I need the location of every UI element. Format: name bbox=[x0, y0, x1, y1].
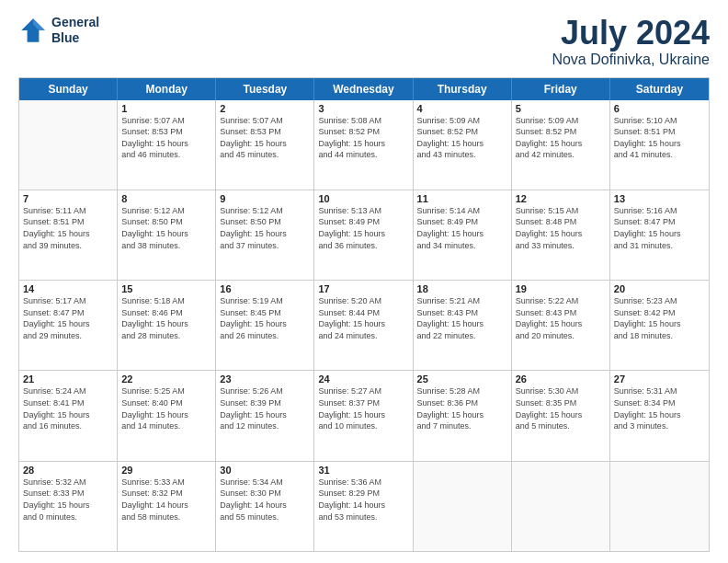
calendar-header: SundayMondayTuesdayWednesdayThursdayFrid… bbox=[19, 78, 709, 100]
day-number: 9 bbox=[220, 193, 310, 204]
day-number: 23 bbox=[220, 373, 310, 385]
day-number: 26 bbox=[516, 373, 606, 385]
day-info: Sunrise: 5:11 AM Sunset: 8:51 PM Dayligh… bbox=[23, 205, 113, 251]
calendar-row: 7Sunrise: 5:11 AM Sunset: 8:51 PM Daylig… bbox=[19, 190, 709, 280]
day-number: 8 bbox=[121, 193, 211, 204]
day-number: 10 bbox=[318, 193, 408, 204]
day-info: Sunrise: 5:14 AM Sunset: 8:49 PM Dayligh… bbox=[417, 205, 507, 251]
calendar-cell: 25Sunrise: 5:28 AM Sunset: 8:36 PM Dayli… bbox=[414, 371, 512, 460]
calendar-row: 14Sunrise: 5:17 AM Sunset: 8:47 PM Dayli… bbox=[19, 280, 709, 370]
day-number: 27 bbox=[614, 373, 705, 385]
day-number: 2 bbox=[220, 103, 310, 114]
calendar-cell: 22Sunrise: 5:25 AM Sunset: 8:40 PM Dayli… bbox=[118, 371, 216, 460]
calendar-cell: 2Sunrise: 5:07 AM Sunset: 8:53 PM Daylig… bbox=[216, 100, 314, 190]
calendar-cell: 1Sunrise: 5:07 AM Sunset: 8:53 PM Daylig… bbox=[118, 100, 216, 190]
day-info: Sunrise: 5:12 AM Sunset: 8:50 PM Dayligh… bbox=[121, 205, 211, 251]
day-info: Sunrise: 5:27 AM Sunset: 8:37 PM Dayligh… bbox=[318, 385, 408, 431]
calendar-cell: 18Sunrise: 5:21 AM Sunset: 8:43 PM Dayli… bbox=[414, 281, 512, 370]
calendar-cell: 26Sunrise: 5:30 AM Sunset: 8:35 PM Dayli… bbox=[512, 371, 610, 460]
day-number: 16 bbox=[220, 283, 310, 294]
calendar-cell: 11Sunrise: 5:14 AM Sunset: 8:49 PM Dayli… bbox=[414, 190, 512, 280]
day-info: Sunrise: 5:24 AM Sunset: 8:41 PM Dayligh… bbox=[23, 385, 113, 431]
calendar-cell: 10Sunrise: 5:13 AM Sunset: 8:49 PM Dayli… bbox=[314, 190, 413, 280]
main-title: July 2024 bbox=[552, 15, 710, 52]
day-info: Sunrise: 5:20 AM Sunset: 8:44 PM Dayligh… bbox=[318, 295, 408, 341]
day-number: 21 bbox=[23, 373, 113, 385]
day-info: Sunrise: 5:07 AM Sunset: 8:53 PM Dayligh… bbox=[220, 115, 310, 161]
title-block: July 2024 Nova Dofinivka, Ukraine bbox=[552, 15, 710, 68]
calendar-header-cell: Tuesday bbox=[216, 78, 314, 100]
calendar-cell: 19Sunrise: 5:22 AM Sunset: 8:43 PM Dayli… bbox=[512, 281, 610, 370]
day-info: Sunrise: 5:16 AM Sunset: 8:47 PM Dayligh… bbox=[614, 205, 705, 251]
day-number: 5 bbox=[516, 103, 606, 114]
day-number: 4 bbox=[417, 103, 507, 114]
day-info: Sunrise: 5:17 AM Sunset: 8:47 PM Dayligh… bbox=[23, 295, 113, 341]
logo: General Blue bbox=[18, 15, 99, 46]
day-number: 3 bbox=[318, 103, 408, 114]
day-number: 31 bbox=[318, 465, 408, 476]
calendar-cell bbox=[19, 100, 118, 190]
day-number: 25 bbox=[417, 373, 507, 385]
day-number: 24 bbox=[318, 373, 408, 385]
day-number: 15 bbox=[121, 283, 211, 294]
day-info: Sunrise: 5:15 AM Sunset: 8:48 PM Dayligh… bbox=[516, 205, 606, 251]
calendar-cell: 12Sunrise: 5:15 AM Sunset: 8:48 PM Dayli… bbox=[512, 190, 610, 280]
calendar-cell bbox=[414, 462, 512, 551]
day-info: Sunrise: 5:36 AM Sunset: 8:29 PM Dayligh… bbox=[318, 477, 408, 523]
calendar-header-cell: Wednesday bbox=[314, 78, 413, 100]
calendar-cell: 14Sunrise: 5:17 AM Sunset: 8:47 PM Dayli… bbox=[19, 281, 118, 370]
day-number: 19 bbox=[516, 283, 606, 294]
calendar-cell: 6Sunrise: 5:10 AM Sunset: 8:51 PM Daylig… bbox=[610, 100, 709, 190]
calendar-header-cell: Thursday bbox=[414, 78, 512, 100]
calendar-row: 28Sunrise: 5:32 AM Sunset: 8:33 PM Dayli… bbox=[19, 461, 709, 551]
calendar-row: 1Sunrise: 5:07 AM Sunset: 8:53 PM Daylig… bbox=[19, 100, 709, 190]
calendar-header-cell: Saturday bbox=[610, 78, 709, 100]
day-number: 18 bbox=[417, 283, 507, 294]
calendar-cell: 17Sunrise: 5:20 AM Sunset: 8:44 PM Dayli… bbox=[314, 281, 413, 370]
day-info: Sunrise: 5:30 AM Sunset: 8:35 PM Dayligh… bbox=[516, 385, 606, 431]
day-info: Sunrise: 5:25 AM Sunset: 8:40 PM Dayligh… bbox=[121, 385, 211, 431]
day-number: 14 bbox=[23, 283, 113, 294]
calendar-cell: 4Sunrise: 5:09 AM Sunset: 8:52 PM Daylig… bbox=[414, 100, 512, 190]
calendar-cell: 30Sunrise: 5:34 AM Sunset: 8:30 PM Dayli… bbox=[216, 462, 314, 551]
calendar-cell: 21Sunrise: 5:24 AM Sunset: 8:41 PM Dayli… bbox=[19, 371, 118, 460]
day-info: Sunrise: 5:19 AM Sunset: 8:45 PM Dayligh… bbox=[220, 295, 310, 341]
calendar-cell: 8Sunrise: 5:12 AM Sunset: 8:50 PM Daylig… bbox=[118, 190, 216, 280]
calendar-cell: 16Sunrise: 5:19 AM Sunset: 8:45 PM Dayli… bbox=[216, 281, 314, 370]
day-info: Sunrise: 5:07 AM Sunset: 8:53 PM Dayligh… bbox=[121, 115, 211, 161]
calendar-cell: 29Sunrise: 5:33 AM Sunset: 8:32 PM Dayli… bbox=[118, 462, 216, 551]
calendar-cell: 9Sunrise: 5:12 AM Sunset: 8:50 PM Daylig… bbox=[216, 190, 314, 280]
day-number: 12 bbox=[516, 193, 606, 204]
day-info: Sunrise: 5:13 AM Sunset: 8:49 PM Dayligh… bbox=[318, 205, 408, 251]
day-info: Sunrise: 5:09 AM Sunset: 8:52 PM Dayligh… bbox=[516, 115, 606, 161]
day-number: 1 bbox=[121, 103, 211, 114]
calendar-cell: 13Sunrise: 5:16 AM Sunset: 8:47 PM Dayli… bbox=[610, 190, 709, 280]
calendar-cell: 3Sunrise: 5:08 AM Sunset: 8:52 PM Daylig… bbox=[314, 100, 413, 190]
day-info: Sunrise: 5:28 AM Sunset: 8:36 PM Dayligh… bbox=[417, 385, 507, 431]
day-number: 28 bbox=[23, 465, 113, 476]
day-number: 13 bbox=[614, 193, 705, 204]
day-number: 6 bbox=[614, 103, 705, 114]
calendar-cell: 28Sunrise: 5:32 AM Sunset: 8:33 PM Dayli… bbox=[19, 462, 118, 551]
calendar-body: 1Sunrise: 5:07 AM Sunset: 8:53 PM Daylig… bbox=[19, 100, 709, 551]
day-number: 29 bbox=[121, 465, 211, 476]
day-number: 30 bbox=[220, 465, 310, 476]
day-info: Sunrise: 5:21 AM Sunset: 8:43 PM Dayligh… bbox=[417, 295, 507, 341]
day-number: 22 bbox=[121, 373, 211, 385]
calendar-row: 21Sunrise: 5:24 AM Sunset: 8:41 PM Dayli… bbox=[19, 370, 709, 460]
day-number: 7 bbox=[23, 193, 113, 204]
day-number: 17 bbox=[318, 283, 408, 294]
day-number: 20 bbox=[614, 283, 705, 294]
calendar-cell: 20Sunrise: 5:23 AM Sunset: 8:42 PM Dayli… bbox=[610, 281, 709, 370]
day-info: Sunrise: 5:32 AM Sunset: 8:33 PM Dayligh… bbox=[23, 477, 113, 523]
header: General Blue July 2024 Nova Dofinivka, U… bbox=[18, 15, 710, 68]
day-info: Sunrise: 5:12 AM Sunset: 8:50 PM Dayligh… bbox=[220, 205, 310, 251]
day-info: Sunrise: 5:09 AM Sunset: 8:52 PM Dayligh… bbox=[417, 115, 507, 161]
page: General Blue July 2024 Nova Dofinivka, U… bbox=[0, 0, 728, 563]
day-info: Sunrise: 5:31 AM Sunset: 8:34 PM Dayligh… bbox=[614, 385, 705, 431]
day-number: 11 bbox=[417, 193, 507, 204]
logo-icon bbox=[18, 16, 48, 45]
day-info: Sunrise: 5:23 AM Sunset: 8:42 PM Dayligh… bbox=[614, 295, 705, 341]
day-info: Sunrise: 5:26 AM Sunset: 8:39 PM Dayligh… bbox=[220, 385, 310, 431]
day-info: Sunrise: 5:10 AM Sunset: 8:51 PM Dayligh… bbox=[614, 115, 705, 161]
